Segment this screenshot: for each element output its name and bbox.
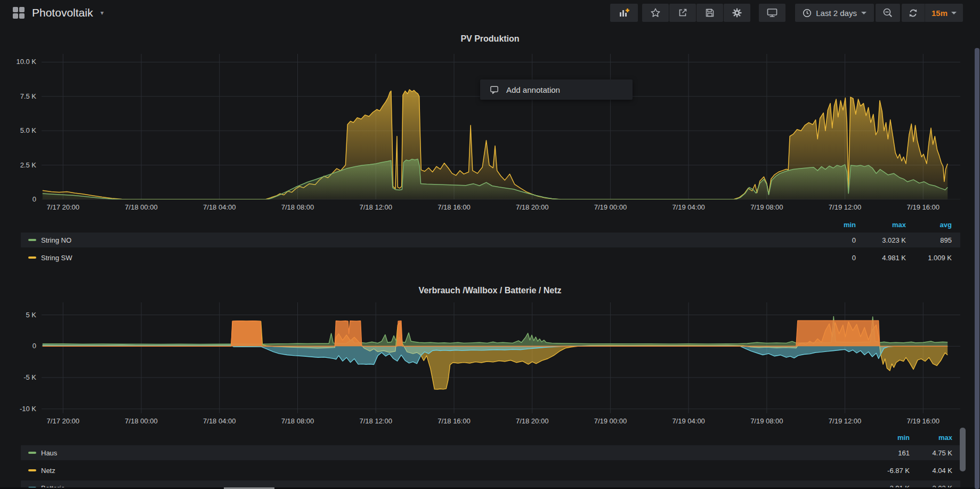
legend-header: min max (21, 432, 960, 442)
settings-button[interactable] (724, 4, 750, 22)
x-axis-tick-label: 7/18 04:00 (196, 203, 244, 212)
dashboard-picker[interactable]: Photovoltaik ▾ (12, 6, 103, 20)
series-min: 0 (808, 254, 856, 262)
x-axis-tick-label: 7/19 08:00 (743, 203, 791, 212)
legend-sort-max[interactable]: max (856, 221, 906, 229)
comment-bubble-icon (489, 85, 499, 95)
x-axis-tick-label: 7/18 12:00 (352, 417, 400, 426)
legend-sort-min[interactable]: min (862, 434, 910, 442)
series-label: Netz (41, 467, 55, 475)
series-toggle-string-no[interactable]: String NO (21, 236, 808, 244)
panel-title[interactable]: PV Produktion (0, 26, 980, 44)
series-max: 3.023 K (856, 236, 906, 244)
legend-sort-max[interactable]: max (910, 434, 952, 442)
cycle-view-button[interactable] (759, 4, 785, 22)
refresh-group: 15m (902, 4, 963, 22)
legend-pv: min max avg String NO 0 3.023 K 895 Stri… (21, 220, 960, 265)
x-axis-tick-label: 7/19 04:00 (665, 417, 712, 426)
series-max: 4.04 K (910, 467, 952, 475)
y-axis-tick-label: 5 K (0, 311, 36, 319)
panel-title[interactable]: Verbrauch /Wallbox / Batterie / Netz (0, 268, 980, 296)
y-axis-tick-label: 2.5 K (0, 161, 36, 170)
series-toggle-netz[interactable]: Netz (21, 467, 862, 475)
grafana-dashboard: Photovoltaik ▾ (0, 0, 980, 489)
x-axis-tick-label: 7/18 12:00 (352, 203, 400, 212)
x-axis-tick-label: 7/18 08:00 (274, 203, 322, 212)
share-icon (677, 7, 688, 18)
series-min: -6.87 K (862, 467, 910, 475)
zoom-out-icon (882, 7, 893, 18)
x-axis-tick-label: 7/19 12:00 (821, 417, 869, 426)
monitor-icon (766, 7, 778, 18)
series-toggle-haus[interactable]: Haus (21, 449, 862, 457)
refresh-interval-caret-icon (951, 12, 957, 14)
y-axis-tick-label: -5 K (0, 373, 36, 382)
series-marker (28, 469, 36, 471)
verbrauch-chart[interactable] (42, 302, 960, 413)
panel-verbrauch: Verbrauch /Wallbox / Batterie / Netz 5 K… (0, 268, 980, 489)
series-max: 4.981 K (856, 254, 906, 262)
y-axis-tick-label: 5.0 K (0, 126, 36, 135)
vertical-scrollbar[interactable] (975, 48, 979, 489)
pv-produktion-chart[interactable] (42, 54, 960, 199)
x-axis-tick-label: 7/18 20:00 (508, 417, 556, 426)
x-axis-tick-label: 7/18 00:00 (117, 417, 165, 426)
chart-area-pv: 02.5 K5.0 K7.5 K10.0 K7/17 20:007/18 00:… (0, 54, 980, 213)
toolbar: Last 2 days (610, 4, 963, 22)
share-button[interactable] (669, 4, 696, 22)
time-range-label: Last 2 days (816, 9, 857, 18)
add-panel-button[interactable] (610, 4, 638, 22)
dashboard-title[interactable]: Photovoltaik (32, 6, 93, 19)
refresh-interval-label: 15m (932, 9, 947, 18)
zoom-out-button[interactable] (876, 4, 900, 22)
time-range-caret-icon (861, 12, 866, 14)
dashboard-grid-icon (12, 6, 26, 20)
time-range-picker[interactable]: Last 2 days (795, 4, 874, 22)
add-annotation-menu-item[interactable]: Add annotation (480, 79, 633, 100)
x-axis-tick-label: 7/18 20:00 (508, 203, 556, 212)
y-axis-tick-label: 0 (0, 342, 36, 350)
add-annotation-label: Add annotation (506, 85, 560, 94)
series-label: Haus (41, 449, 57, 457)
legend-sort-min[interactable]: min (808, 221, 856, 229)
legend-scrollbar[interactable] (960, 428, 966, 471)
x-axis-tick-label: 7/18 16:00 (430, 203, 478, 212)
legend-row-string-no: String NO 0 3.023 K 895 (21, 233, 960, 247)
star-icon (650, 7, 661, 18)
legend-row-netz: Netz -6.87 K 4.04 K (21, 463, 960, 478)
star-button[interactable] (642, 4, 669, 22)
series-toggle-string-sw[interactable]: String SW (21, 254, 808, 262)
add-panel-icon (618, 7, 630, 19)
series-marker (28, 452, 36, 454)
series-label: String NO (41, 236, 71, 244)
x-axis-tick-label: 7/17 20:00 (39, 203, 87, 212)
x-axis-tick-label: 7/18 08:00 (274, 417, 322, 426)
gear-icon (732, 7, 742, 18)
x-axis-tick-label: 7/19 00:00 (586, 203, 634, 212)
save-button[interactable] (696, 4, 723, 22)
y-axis-tick-label: 0 (0, 195, 36, 204)
legend-sort-avg[interactable]: avg (906, 221, 952, 229)
top-nav: Photovoltaik ▾ (0, 0, 980, 26)
dashboard-caret-icon: ▾ (100, 9, 103, 17)
x-axis-tick-label: 7/17 20:00 (39, 417, 87, 426)
x-axis-tick-label: 7/18 16:00 (430, 417, 478, 426)
series-avg: 1.009 K (906, 254, 952, 262)
x-axis-tick-label: 7/19 00:00 (586, 417, 634, 426)
clock-icon (803, 9, 812, 18)
chart-area-verbrauch: 5 K0-5 K-10 K7/17 20:007/18 00:007/18 04… (0, 302, 980, 427)
legend-header: min max avg (21, 220, 960, 229)
series-max: 4.75 K (910, 449, 952, 457)
refresh-button[interactable] (902, 4, 925, 22)
x-axis-tick-label: 7/19 12:00 (821, 203, 869, 212)
x-axis-tick-label: 7/18 04:00 (196, 417, 244, 426)
x-axis-tick-label: 7/19 16:00 (899, 417, 947, 426)
legend-row-string-sw: String SW 0 4.981 K 1.009 K (21, 250, 960, 265)
y-axis-tick-label: 10.0 K (0, 58, 36, 66)
x-axis-tick-label: 7/19 08:00 (743, 417, 791, 426)
x-axis-tick-label: 7/19 04:00 (665, 203, 712, 212)
x-axis-tick-label: 7/19 16:00 (899, 203, 947, 212)
refresh-icon (908, 8, 918, 18)
save-icon (704, 7, 715, 18)
refresh-interval-dropdown[interactable]: 15m (925, 4, 963, 22)
